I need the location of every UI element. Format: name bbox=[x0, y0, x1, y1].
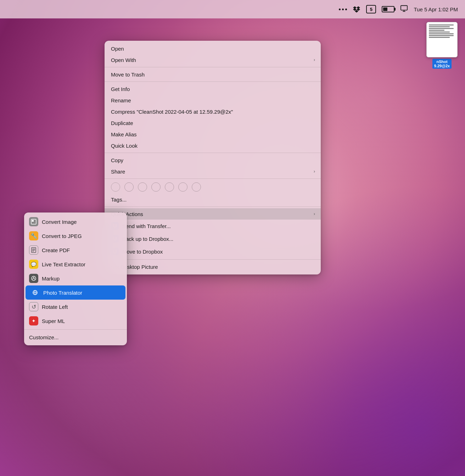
create-pdf-icon bbox=[29, 245, 38, 255]
submenu-item-label: Super ML bbox=[42, 318, 65, 324]
separator-4 bbox=[105, 178, 321, 179]
menu-item-duplicate[interactable]: Duplicate bbox=[105, 117, 321, 129]
tag-orange[interactable] bbox=[124, 182, 134, 192]
menubar-items: 5 Tue 5 Apr 1:02 PM bbox=[339, 5, 458, 14]
submenu-item-markup[interactable]: Markup bbox=[24, 271, 127, 285]
live-text-icon: 💬 bbox=[29, 260, 38, 269]
svg-rect-4 bbox=[32, 220, 34, 222]
tag-blue[interactable] bbox=[165, 182, 174, 192]
separator-2 bbox=[105, 81, 321, 82]
menu-item-open-with[interactable]: Open With › bbox=[105, 54, 321, 66]
separator-6 bbox=[105, 259, 321, 260]
file-label: nShot 9.29@2x bbox=[432, 59, 452, 69]
submenu-item-label: Convert Image bbox=[42, 219, 77, 225]
submenu-item-create-pdf[interactable]: Create PDF bbox=[24, 243, 127, 257]
menu-item-compress[interactable]: Compress "CleanShot 2022-04-05 at 12.59.… bbox=[105, 106, 321, 117]
submenu-item-label: Photo Translator bbox=[43, 290, 82, 296]
submenu-separator bbox=[24, 329, 127, 330]
separator-5 bbox=[105, 206, 321, 207]
menu-item-move-trash[interactable]: Move to Trash bbox=[105, 69, 321, 80]
menu-item-quick-look[interactable]: Quick Look bbox=[105, 140, 321, 151]
menu-item-move-dropbox[interactable]: Move to Dropbox bbox=[105, 245, 321, 258]
menu-item-open[interactable]: Open bbox=[105, 43, 321, 54]
super-ml-icon: ✦ bbox=[29, 316, 38, 325]
customize-label: Customize... bbox=[29, 334, 58, 340]
dropbox-menubar-icon[interactable] bbox=[353, 5, 360, 13]
menu-item-backup-dropbox[interactable]: Back up to Dropbox... bbox=[105, 232, 321, 245]
desktop: 5 Tue 5 Apr 1:02 PM bbox=[0, 0, 465, 476]
submenu-item-super-ml[interactable]: ✦ Super ML bbox=[24, 314, 127, 328]
submenu-item-customize[interactable]: Customize... bbox=[24, 331, 127, 343]
separator-3 bbox=[105, 153, 321, 153]
file-thumbnail bbox=[426, 22, 458, 57]
tag-gray[interactable] bbox=[192, 182, 201, 192]
context-menu: Open Open With › Move to Trash Get Info … bbox=[105, 41, 321, 274]
submenu-item-photo-translator[interactable]: Photo Translator bbox=[26, 285, 125, 300]
submenu-item-label: Markup bbox=[42, 276, 60, 282]
tag-yellow[interactable] bbox=[138, 182, 147, 192]
more-icon[interactable] bbox=[339, 8, 347, 10]
chevron-right-icon: › bbox=[314, 211, 315, 216]
menubar: 5 Tue 5 Apr 1:02 PM bbox=[0, 0, 465, 18]
menu-item-make-alias[interactable]: Make Alias bbox=[105, 129, 321, 140]
menu-item-copy[interactable]: Copy bbox=[105, 154, 321, 166]
markup-icon bbox=[29, 274, 38, 283]
globe-icon bbox=[30, 288, 40, 297]
svg-rect-0 bbox=[401, 6, 407, 10]
tag-green[interactable] bbox=[151, 182, 161, 192]
submenu-item-convert-jpeg[interactable]: 🔧 Convert to JPEG bbox=[24, 229, 127, 243]
submenu-item-convert-image[interactable]: Convert Image bbox=[24, 215, 127, 229]
submenu-item-rotate-left[interactable]: ↺ Rotate Left bbox=[24, 300, 127, 314]
menu-item-tags[interactable]: Tags... bbox=[105, 194, 321, 205]
tags-color-row bbox=[105, 180, 321, 194]
menu-item-send-dropbox[interactable]: Send with Transfer... bbox=[105, 220, 321, 232]
chevron-right-icon: › bbox=[314, 169, 315, 174]
keyboard-icon[interactable]: 5 bbox=[366, 5, 376, 13]
convert-jpeg-icon: 🔧 bbox=[29, 231, 38, 240]
submenu-item-label: Live Text Extractor bbox=[42, 261, 85, 267]
rotate-left-icon: ↺ bbox=[29, 302, 38, 311]
menu-item-share[interactable]: Share › bbox=[105, 166, 321, 177]
menubar-datetime: Tue 5 Apr 1:02 PM bbox=[414, 6, 458, 12]
battery-icon bbox=[382, 6, 394, 12]
tag-red[interactable] bbox=[111, 182, 120, 192]
submenu-item-live-text[interactable]: 💬 Live Text Extractor bbox=[24, 257, 127, 271]
separator-1 bbox=[105, 67, 321, 67]
menu-item-rename[interactable]: Rename bbox=[105, 95, 321, 106]
chevron-right-icon: › bbox=[314, 57, 315, 62]
menu-item-get-info[interactable]: Get Info bbox=[105, 83, 321, 95]
submenu-item-label: Rotate Left bbox=[42, 304, 68, 310]
submenu-item-label: Convert to JPEG bbox=[42, 233, 82, 239]
quick-actions-submenu: Convert Image 🔧 Convert to JPEG Create P… bbox=[24, 212, 127, 345]
submenu-item-label: Create PDF bbox=[42, 247, 70, 253]
tag-purple[interactable] bbox=[178, 182, 187, 192]
menu-item-set-desktop[interactable]: Set Desktop Picture bbox=[105, 261, 321, 272]
convert-image-icon bbox=[29, 217, 38, 226]
desktop-file-icon[interactable]: nShot 9.29@2x bbox=[426, 22, 458, 69]
menu-item-quick-actions[interactable]: Quick Actions › bbox=[105, 208, 321, 220]
display-icon[interactable] bbox=[400, 5, 408, 14]
